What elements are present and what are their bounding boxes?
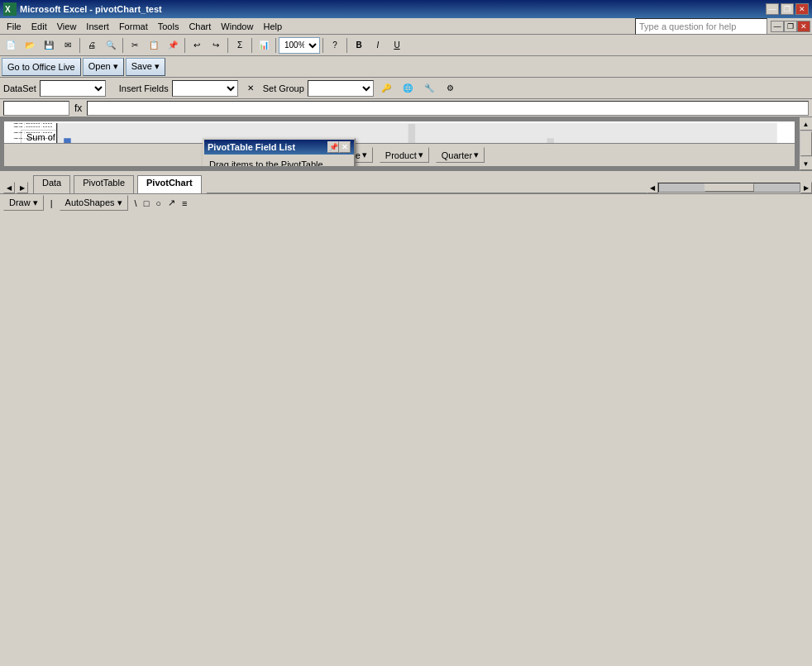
sheet-tab-pivottable[interactable]: PivotTable <box>74 175 134 193</box>
pivot-dialog-pin-button[interactable]: 📌 <box>327 141 339 153</box>
toolbar-sep-6 <box>275 38 276 53</box>
window-title: Microsoft Excel - pivotChart_test <box>20 4 766 14</box>
pivot-toolbar: DataSet Insert Fields ✕ Set Group 🔑 🌐 🔧 … <box>0 78 812 99</box>
hscroll-thumb[interactable] <box>705 183 754 192</box>
redo-button[interactable]: ↪ <box>207 36 225 55</box>
status-bar: Draw ▾ | AutoShapes ▾ \ □ ○ ↗ ≡ <box>0 193 812 212</box>
undo-button[interactable]: ↩ <box>188 36 206 55</box>
save-button[interactable]: 💾 <box>40 36 58 55</box>
toolbar-sep-1 <box>79 38 80 53</box>
draw-button[interactable]: Draw ▾ <box>3 195 44 211</box>
pivot-btn-4[interactable]: ⚙ <box>442 79 460 98</box>
set-group-label: Set Group <box>263 83 304 93</box>
hscroll-left-button[interactable]: ◀ <box>647 182 658 193</box>
dataset-select[interactable] <box>40 80 106 97</box>
cut-button[interactable]: ✂ <box>126 36 144 55</box>
close-button[interactable]: ✕ <box>795 3 809 15</box>
underline-button[interactable]: U <box>388 36 406 55</box>
main-toolbar: 📄 📂 💾 ✉ 🖨 🔍 ✂ 📋 📌 ↩ ↪ Σ 📊 100% ? B I U <box>0 35 812 56</box>
svg-text:$2,500.00: $2,500.00 <box>13 132 52 133</box>
menu-help[interactable]: Help <box>258 20 287 33</box>
menu-edit[interactable]: Edit <box>26 20 52 33</box>
scroll-thumb[interactable] <box>800 131 812 156</box>
italic-button[interactable]: I <box>369 36 387 55</box>
sheet-tabs-bar: ◀ ▶ Data PivotTable PivotChart ◀ ▶ <box>0 170 812 193</box>
bold-button[interactable]: B <box>350 36 368 55</box>
insert-fields-label: Insert Fields <box>119 83 169 93</box>
menu-format[interactable]: Format <box>114 20 153 33</box>
product-filter-button[interactable]: Product ▾ <box>380 147 429 163</box>
sheet-scroll-left-button[interactable]: ◀ <box>3 182 15 193</box>
pivot-btn-3[interactable]: 🔧 <box>420 79 438 98</box>
pivot-btn-1[interactable]: 🔑 <box>377 79 395 98</box>
vertical-scrollbar[interactable]: ▲ ▼ <box>799 117 812 170</box>
toolbar-sep-5 <box>251 38 252 53</box>
svg-text:$2,000.00: $2,000.00 <box>13 138 52 139</box>
restore-button[interactable]: ❐ <box>781 3 794 15</box>
sheet-tab-pivotchart[interactable]: PivotChart <box>137 175 202 193</box>
svg-text:X: X <box>5 5 11 14</box>
employee-dropdown-icon: ▾ <box>362 150 367 160</box>
formula-input[interactable] <box>87 101 809 116</box>
pivot-dialog-title-bar: PivotTable Field List 📌 ✕ <box>204 140 354 155</box>
app-icon: X <box>3 2 17 16</box>
toolbar-sep-3 <box>184 38 185 53</box>
toolbar-sep-8 <box>346 38 347 53</box>
go-to-office-button[interactable]: Go to Office Live <box>2 58 81 76</box>
open-button-2[interactable]: Open ▾ <box>83 58 124 76</box>
menu-window[interactable]: Window <box>216 20 258 33</box>
email-button[interactable]: ✉ <box>59 36 77 55</box>
menu-bar: File Edit View Insert Format Tools Chart… <box>0 18 812 35</box>
pivot-action-btn[interactable]: ✕ <box>241 79 260 98</box>
menu-tools[interactable]: Tools <box>153 20 184 33</box>
formula-bar: fx <box>0 99 812 117</box>
pivot-btn-2[interactable]: 🌐 <box>399 79 417 98</box>
copy-button[interactable]: 📋 <box>145 36 163 55</box>
quarter-filter-button[interactable]: Quarter ▾ <box>436 147 485 163</box>
app-restore-button[interactable]: ❐ <box>784 21 797 32</box>
name-box[interactable] <box>3 101 69 116</box>
menu-view[interactable]: View <box>52 20 82 33</box>
fx-icon: fx <box>73 102 84 114</box>
office-toolbar: Go to Office Live Open ▾ Save ▾ <box>0 56 812 78</box>
quarter-dropdown-icon: ▾ <box>474 150 479 160</box>
scroll-down-button[interactable]: ▼ <box>800 157 813 170</box>
scroll-track <box>800 131 812 157</box>
pivot-field-list-dialog: PivotTable Field List 📌 ✕ Drag items to … <box>203 138 356 167</box>
open-button[interactable]: 📂 <box>21 36 39 55</box>
minimize-button[interactable]: — <box>766 3 779 15</box>
app-close-button[interactable]: ✕ <box>797 21 810 32</box>
sheet-scroll-right-button[interactable]: ▶ <box>17 182 28 193</box>
product-dropdown-icon: ▾ <box>418 150 423 160</box>
print-preview-button[interactable]: 🔍 <box>102 36 120 55</box>
dataset-label: DataSet <box>3 83 36 93</box>
zoom-select[interactable]: 100% <box>279 37 320 54</box>
autoshapes-button[interactable]: AutoShapes ▾ <box>60 195 128 211</box>
menu-chart[interactable]: Chart <box>184 20 216 33</box>
scroll-up-button[interactable]: ▲ <box>800 117 813 131</box>
help-placeholder: Type a question for help <box>639 21 736 31</box>
menu-file[interactable]: File <box>2 20 26 33</box>
help-search-box[interactable]: Type a question for help <box>635 18 767 35</box>
new-button[interactable]: 📄 <box>2 36 20 55</box>
pivot-hint-text: Drag items to the PivotTable report <box>209 159 349 167</box>
save-button-2[interactable]: Save ▾ <box>126 58 165 76</box>
set-group-select[interactable] <box>308 80 374 97</box>
sheet-tab-data[interactable]: Data <box>33 175 70 193</box>
chart-button[interactable]: 📊 <box>255 36 273 55</box>
toolbar-sep-4 <box>227 38 228 53</box>
toolbar-sep-2 <box>122 38 123 53</box>
sum-button[interactable]: Σ <box>231 36 249 55</box>
title-bar: X Microsoft Excel - pivotChart_test — ❐ … <box>0 0 812 18</box>
chart-area: Sum of Sale $0.00 $500.00 $1,000.00 $1,5… <box>3 121 795 167</box>
help-button[interactable]: ? <box>326 36 344 55</box>
app-minimize-button[interactable]: — <box>771 21 784 32</box>
filter-row: Employee ▾ Product ▾ Quarter ▾ <box>4 143 795 166</box>
pivot-dialog-close-button[interactable]: ✕ <box>339 141 351 153</box>
insert-fields-select[interactable] <box>172 80 238 97</box>
auto-shapes-icon: | <box>50 198 53 208</box>
print-button[interactable]: 🖨 <box>83 36 101 55</box>
menu-insert[interactable]: Insert <box>81 20 114 33</box>
hscroll-right-button[interactable]: ▶ <box>800 182 812 193</box>
paste-button[interactable]: 📌 <box>164 36 182 55</box>
